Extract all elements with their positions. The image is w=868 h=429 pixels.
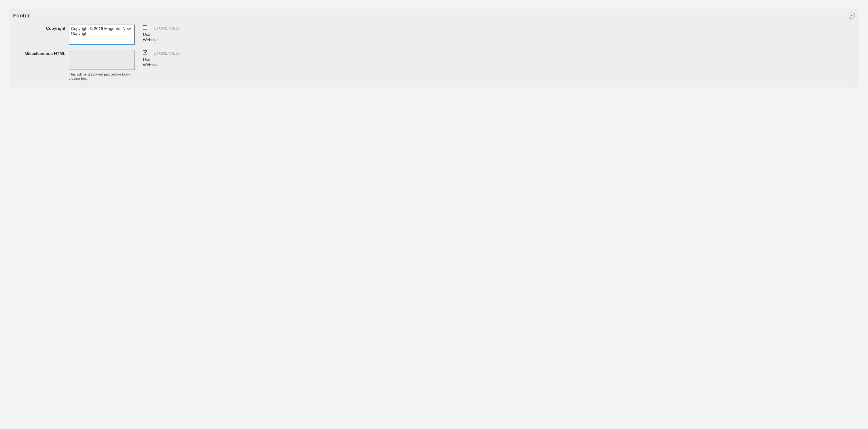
section-title: Footer bbox=[13, 12, 30, 19]
misc-html-label: Miscellaneous HTML bbox=[13, 50, 69, 56]
misc-html-row: Miscellaneous HTML This will be displaye… bbox=[13, 50, 855, 80]
misc-html-textarea[interactable] bbox=[69, 50, 135, 70]
copyright-use-website-label: Use Website bbox=[143, 32, 153, 43]
copyright-row: Copyright Use Website [STORE VIEW] bbox=[13, 25, 855, 45]
misc-html-scope: [STORE VIEW] bbox=[153, 50, 855, 56]
copyright-use-website-checkbox[interactable] bbox=[143, 25, 147, 30]
collapse-button[interactable] bbox=[848, 12, 855, 19]
copyright-scope: [STORE VIEW] bbox=[153, 25, 855, 31]
footer-section-panel: Footer Copyright Use Website [STORE VIEW… bbox=[9, 9, 859, 88]
misc-html-use-website-label: Use Website bbox=[143, 57, 153, 68]
chevron-up-icon bbox=[850, 14, 853, 17]
misc-html-helper: This will be displayed just before body … bbox=[69, 72, 135, 80]
copyright-textarea[interactable] bbox=[69, 25, 135, 44]
misc-html-use-website-checkbox[interactable] bbox=[143, 51, 147, 55]
copyright-label: Copyright bbox=[13, 25, 69, 31]
